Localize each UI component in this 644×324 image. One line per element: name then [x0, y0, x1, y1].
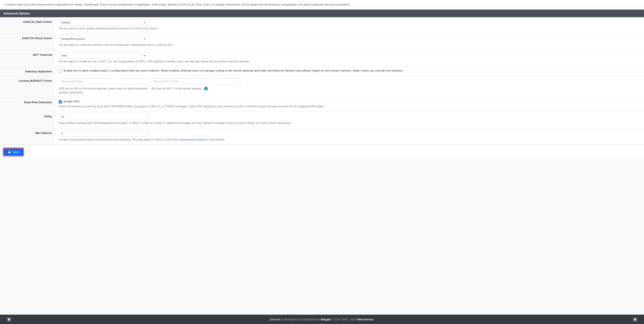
dpd-label: Dead Peer Detection — [0, 98, 55, 112]
remote-ike-port-input[interactable] — [59, 78, 148, 84]
nat-traversal-help: Set this option to enable the use of NAT… — [59, 60, 640, 64]
child-sa-start-action-row: Child SA Start Action Default None Start… — [0, 17, 644, 34]
nat-traversal-row: NAT Traversal Auto Force Disable Set thi… — [0, 50, 644, 67]
custom-ports-row: Custom IKE/NAT-T Ports UDP port for IKE … — [0, 76, 644, 98]
custom-ports-label: Custom IKE/NAT-T Ports — [0, 76, 55, 98]
footer-left-icon: ⬜ — [7, 317, 11, 322]
footer-text: pfSense is developed and maintained by N… — [270, 318, 374, 321]
dpd-checkbox-row: Enable DPD — [59, 100, 640, 103]
max-failures-help: Number of consecutive failures allowed b… — [59, 138, 640, 142]
dpd-control: Enable DPD Check the liveness of a peer … — [55, 98, 644, 112]
footer: ⬜ pfSense is developed and maintained by… — [0, 315, 644, 324]
max-failures-row: Max failures Number of consecutive failu… — [0, 128, 644, 145]
gateway-duplicates-row: Gateway duplicates Enable this to allow … — [0, 67, 644, 76]
custom-ports-help-row: UDP port for IKE on the remote gateway. … — [59, 86, 640, 95]
retransmission-timeout-link[interactable]: retransmission timeout — [179, 138, 206, 141]
remote-nat-port-input[interactable] — [151, 78, 240, 84]
custom-ports-inputs — [59, 78, 640, 84]
child-sa-start-action-label: Child SA Start Action — [0, 17, 55, 34]
child-sa-close-action-row: Child SA Close Action Default None Resta… — [0, 34, 644, 50]
child-sa-close-action-help: Set this option to control the behavior … — [59, 43, 640, 47]
dpd-checkbox[interactable] — [59, 100, 62, 103]
child-sa-close-action-select[interactable]: Default None Restart/Reconnect Hold — [59, 36, 148, 42]
advanced-options-form: Child SA Start Action Default None Start… — [0, 17, 644, 145]
nat-traversal-select[interactable]: Auto Force Disable — [59, 52, 148, 58]
ike-port-help: UDP port for IKE on the remote gateway. … — [59, 87, 148, 95]
gateway-duplicates-checkbox[interactable] — [59, 69, 62, 73]
delay-help: Delay between sending peer acknowledgeme… — [59, 121, 640, 125]
delay-control: Delay between sending peer acknowledgeme… — [55, 112, 644, 128]
delay-label: Delay — [0, 112, 55, 128]
delay-input[interactable] — [59, 114, 148, 120]
gateway-duplicates-label: Gateway duplicates — [0, 67, 55, 76]
dpd-help: Check the liveness of a peer by using IK… — [59, 104, 640, 109]
child-sa-start-action-help: Set this option to force specific initia… — [59, 27, 640, 31]
child-sa-close-action-label: Child SA Close Action — [0, 34, 55, 50]
footer-right-icon: ⬜ — [633, 317, 637, 322]
nat-port-info-icon[interactable]: i — [204, 87, 208, 90]
top-note: A random value up to this amount will be… — [0, 0, 644, 9]
nat-traversal-control: Auto Force Disable Set this option to en… — [55, 50, 644, 67]
save-icon: 💾 — [8, 150, 11, 153]
save-area: 💾 Save — [0, 145, 644, 159]
view-license-link[interactable]: View license. — [357, 318, 374, 321]
nat-port-help: UDP port for NAT-T on the remote gateway… — [151, 87, 240, 95]
footer-content: ⬜ pfSense is developed and maintained by… — [2, 317, 642, 322]
custom-ports-control: UDP port for IKE on the remote gateway. … — [55, 76, 644, 98]
max-failures-input[interactable] — [59, 130, 148, 137]
delay-row: Delay Delay between sending peer acknowl… — [0, 112, 644, 128]
max-failures-control: Number of consecutive failures allowed b… — [55, 128, 644, 145]
save-button[interactable]: 💾 Save — [4, 148, 24, 156]
child-sa-start-action-control: Default None Start Trap Set this option … — [55, 17, 644, 34]
gateway-duplicates-checkbox-row: Enable this to allow multiple phase 1 co… — [59, 69, 640, 73]
child-sa-close-action-control: Default None Restart/Reconnect Hold Set … — [55, 34, 644, 50]
dpd-row: Dead Peer Detection Enable DPD Check the… — [0, 98, 644, 112]
dpd-checkbox-label[interactable]: Enable DPD — [64, 100, 80, 103]
advanced-options-header: Advanced Options — [0, 9, 644, 17]
child-sa-start-action-select[interactable]: Default None Start Trap — [59, 19, 148, 25]
gateway-duplicates-checkbox-label[interactable]: Enable this to allow multiple phase 1 co… — [64, 69, 403, 72]
gateway-duplicates-control: Enable this to allow multiple phase 1 co… — [55, 67, 644, 76]
nat-traversal-label: NAT Traversal — [0, 50, 55, 67]
max-failures-label: Max failures — [0, 128, 55, 145]
